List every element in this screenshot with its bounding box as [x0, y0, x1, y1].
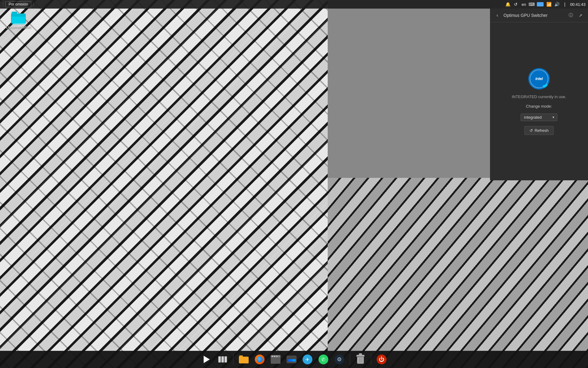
gpu-panel: ‹ Optimus GPU Switcher ⓘ ➚ intel INTEGRA…: [490, 9, 588, 180]
refresh-button[interactable]: ↺ Refresh: [524, 126, 554, 135]
keyboard-icon[interactable]: ⌨: [529, 2, 534, 7]
panel-title: Optimus GPU Switcher: [503, 13, 565, 18]
system-manager-icon: [271, 355, 281, 364]
folder-icon: [11, 12, 26, 24]
history-icon[interactable]: ↺: [513, 2, 518, 7]
lang-label[interactable]: en: [521, 2, 526, 7]
firefox-icon: [255, 355, 265, 364]
topbar-right: 🔔 ↺ en ⌨ 📶 🔊 | 00:41:43: [505, 2, 586, 7]
folder-body: [11, 13, 26, 23]
trash-body: [357, 357, 364, 364]
intel-circle: intel: [528, 68, 550, 90]
clock: 00:41:43: [570, 2, 586, 7]
tiling-icon: [218, 356, 227, 362]
folder-taskbar-body: [239, 357, 249, 363]
taskbar-trash[interactable]: [353, 352, 368, 367]
taskbar-tiling-manager[interactable]: [215, 352, 230, 367]
power-icon: ⏻: [377, 355, 386, 364]
whatsapp-icon: ✆: [318, 355, 328, 364]
panel-info-button[interactable]: ⓘ: [567, 12, 575, 19]
taskbar-folder[interactable]: [236, 352, 251, 367]
trash-icon: [356, 355, 364, 364]
folder-taskbar-icon: [239, 355, 249, 363]
play-icon: [204, 356, 210, 363]
refresh-icon: ↺: [530, 128, 533, 133]
taskbar-power[interactable]: ⏻: [374, 352, 389, 367]
intel-swoosh: [543, 84, 548, 88]
change-mode-label: Change mode:: [526, 104, 552, 109]
folder-label: Documentation: [6, 25, 31, 29]
topbar-right-sep: [33, 2, 33, 7]
mode-select-wrapper: integrated NVIDIA on-demand ▼: [521, 113, 557, 121]
folder-inner: [12, 17, 25, 25]
taskbar: ✈ ✆ ⚙ ⏻: [0, 351, 588, 368]
taskbar-sep-1: [233, 354, 233, 365]
topbar-left-sep: [3, 2, 3, 7]
intel-text: intel: [535, 76, 543, 81]
files-icon-body: [271, 357, 281, 364]
telegram-icon: ✈: [303, 355, 312, 364]
workspace-label[interactable]: Por omisión: [5, 1, 31, 7]
gpu-monitor-icon: [287, 356, 296, 363]
wallpaper-overlay: [0, 0, 328, 368]
topbar: Por omisión 🔔 ↺ en ⌨ 📶 🔊 | 00:41:43: [0, 0, 588, 9]
mode-select[interactable]: integrated NVIDIA on-demand: [521, 113, 557, 121]
panel-pin-button[interactable]: ➚: [577, 12, 584, 19]
topbar-left: Por omisión: [2, 1, 34, 7]
panel-header-actions: ⓘ ➚: [567, 12, 584, 19]
taskbar-sep-2: [350, 354, 350, 365]
refresh-label: Refresh: [535, 128, 549, 133]
gpu-status-text: INTEGRATED currently in use.: [512, 94, 566, 99]
network-icon[interactable]: [537, 2, 544, 6]
panel-back-button[interactable]: ‹: [494, 12, 501, 19]
taskbar-sep-3: [371, 354, 371, 365]
intel-logo: intel: [528, 68, 550, 90]
volume-icon[interactable]: 🔊: [554, 2, 560, 7]
folder-shape: [11, 12, 26, 23]
files-dot-3: [276, 356, 277, 357]
taskbar-media-player[interactable]: [199, 352, 214, 367]
taskbar-gpu-monitor[interactable]: [284, 352, 299, 367]
panel-header: ‹ Optimus GPU Switcher ⓘ ➚: [490, 9, 588, 22]
desktop-icon-documentation[interactable]: Documentation: [6, 12, 31, 29]
taskbar-system-manager[interactable]: [268, 352, 283, 367]
panel-content: intel INTEGRATED currently in use. Chang…: [490, 22, 588, 180]
wifi-icon[interactable]: 📶: [546, 2, 552, 7]
wallpaper-right: [328, 178, 588, 368]
steam-icon: ⚙: [334, 355, 344, 364]
desktop: Por omisión 🔔 ↺ en ⌨ 📶 🔊 | 00:41:43 Docu…: [0, 0, 588, 368]
bell-icon[interactable]: 🔔: [505, 2, 511, 7]
taskbar-whatsapp[interactable]: ✆: [316, 352, 331, 367]
separator-icon: |: [562, 2, 567, 7]
taskbar-firefox[interactable]: [252, 352, 267, 367]
trash-lid: [356, 355, 364, 357]
files-dot-1: [272, 356, 273, 357]
taskbar-steam[interactable]: ⚙: [332, 352, 347, 367]
taskbar-telegram[interactable]: ✈: [300, 352, 315, 367]
files-dot-2: [274, 356, 275, 357]
